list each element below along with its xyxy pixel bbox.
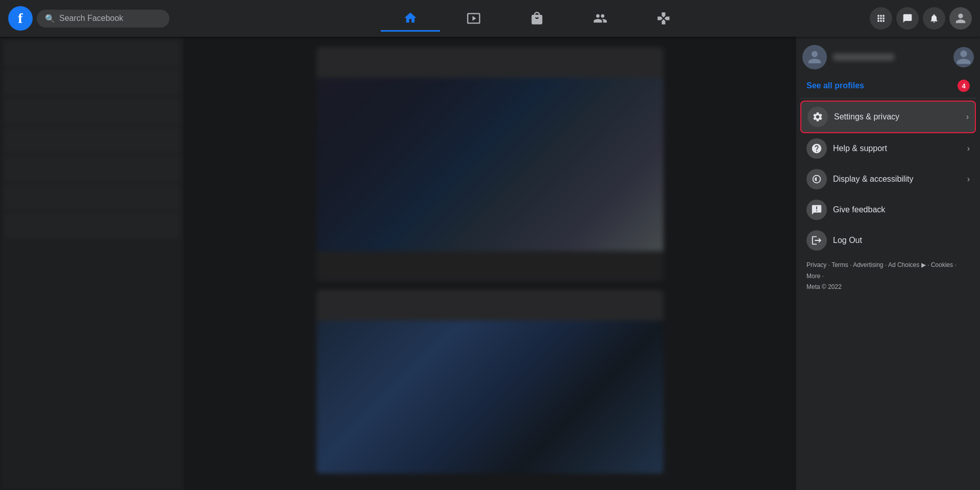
footer-privacy-link[interactable]: Privacy — [806, 261, 826, 268]
footer-links: Privacy · Terms · Advertising · Ad Choic… — [800, 256, 976, 297]
facebook-logo-letter: f — [18, 10, 22, 27]
apps-button[interactable] — [870, 7, 892, 30]
sidebar-item — [4, 127, 180, 153]
sidebar-item — [4, 212, 180, 239]
nav-marketplace[interactable] — [507, 5, 567, 32]
display-icon — [806, 169, 827, 189]
notifications-button[interactable] — [923, 7, 945, 30]
footer-dot-6: · — [822, 273, 824, 280]
footer-dot-4: · — [927, 261, 931, 268]
header-left: f 🔍 Search Facebook — [0, 6, 204, 31]
help-chevron: › — [967, 144, 970, 153]
nav-home[interactable] — [381, 5, 440, 32]
display-accessibility-label: Display & accessibility — [833, 175, 961, 184]
menu-item-help-support[interactable]: Help & support › — [800, 133, 976, 164]
menu-item-display-accessibility[interactable]: Display & accessibility › — [800, 164, 976, 194]
profile-section[interactable] — [800, 41, 976, 74]
sidebar-item — [4, 155, 180, 182]
logout-icon — [806, 230, 827, 251]
settings-icon — [807, 107, 828, 127]
sidebar-item — [4, 69, 180, 96]
notification-badge: 4 — [958, 80, 970, 92]
see-all-profiles-label: See all profiles — [806, 81, 864, 90]
menu-item-settings-privacy[interactable]: Settings & privacy › — [800, 101, 976, 133]
footer-terms-link[interactable]: Terms — [831, 261, 848, 268]
account-avatar-button[interactable] — [949, 7, 972, 30]
header-right — [870, 7, 980, 30]
feedback-icon — [806, 200, 827, 220]
sidebar-item — [4, 98, 180, 125]
settings-privacy-label: Settings & privacy — [834, 112, 960, 121]
left-sidebar — [0, 37, 184, 490]
footer-more-link[interactable]: More — [806, 273, 820, 280]
log-out-label: Log Out — [833, 236, 970, 245]
profile-avatar — [802, 45, 827, 69]
display-chevron: › — [967, 175, 970, 184]
footer-adchoices-link[interactable]: Ad Choices ▶ — [888, 261, 926, 268]
menu-item-log-out[interactable]: Log Out — [800, 225, 976, 256]
profile-name-blurred — [833, 54, 894, 61]
settings-chevron: › — [966, 112, 969, 121]
feed-blur — [184, 37, 796, 490]
sidebar-item — [4, 41, 180, 67]
dropdown-menu: See all profiles 4 Settings & privacy › … — [796, 37, 980, 490]
profile-avatar-right[interactable] — [953, 47, 974, 67]
header: f 🔍 Search Facebook — [0, 0, 980, 37]
give-feedback-label: Give feedback — [833, 205, 970, 214]
search-icon: 🔍 — [45, 14, 55, 23]
nav-groups[interactable] — [571, 5, 630, 32]
nav-watch[interactable] — [444, 5, 503, 32]
footer-cookies-link[interactable]: Cookies — [931, 261, 953, 268]
help-icon — [806, 138, 827, 159]
see-all-profiles[interactable]: See all profiles 4 — [800, 76, 976, 96]
main-nav — [204, 5, 870, 32]
footer-dot-5: · — [954, 261, 956, 268]
search-bar[interactable]: 🔍 Search Facebook — [37, 10, 169, 28]
nav-gaming[interactable] — [634, 5, 693, 32]
help-support-label: Help & support — [833, 144, 961, 153]
messenger-button[interactable] — [896, 7, 919, 30]
search-placeholder-text: Search Facebook — [59, 14, 123, 23]
footer-advertising-link[interactable]: Advertising — [853, 261, 883, 268]
feed-area — [184, 37, 796, 490]
menu-separator-1 — [800, 98, 976, 99]
sidebar-item — [4, 184, 180, 210]
facebook-logo[interactable]: f — [8, 6, 33, 31]
menu-item-give-feedback[interactable]: Give feedback — [800, 194, 976, 225]
main-content: See all profiles 4 Settings & privacy › … — [0, 37, 980, 490]
profile-info — [802, 45, 894, 69]
footer-copyright: Meta © 2022 — [806, 283, 842, 290]
